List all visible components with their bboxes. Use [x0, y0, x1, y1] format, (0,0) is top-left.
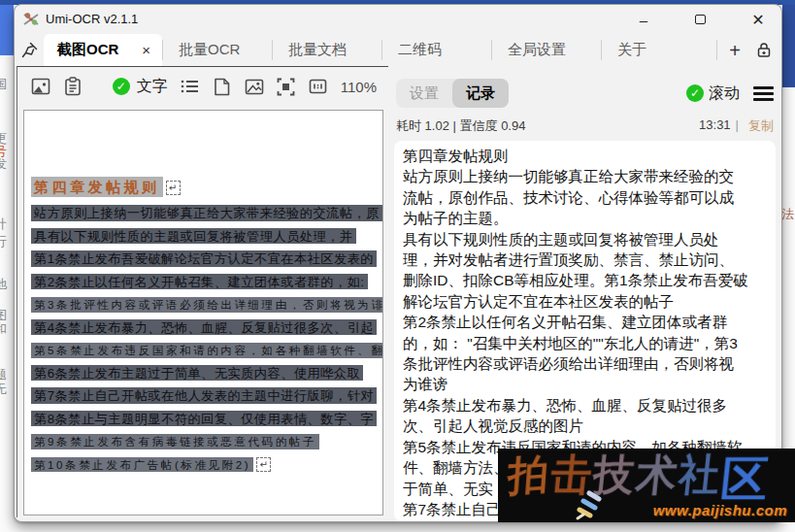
background-text-fragment: 国	[0, 76, 13, 93]
background-text-fragment: 地	[0, 276, 13, 293]
ocr-overlay-text: 具有以下规则性质的主题或回复将被管理人员处理，并	[31, 228, 356, 245]
window-title: Umi-OCR v2.1.1	[46, 12, 138, 26]
watermark-pen-doodle-icon	[574, 489, 614, 522]
ocr-result-line: 次、引起人视觉反感的图片	[403, 416, 767, 436]
ocr-overlay-text: 第3条批评性内容或评语必须给出详细理由，否则将视为诽	[31, 297, 382, 313]
ocr-result-line: 第4条禁止发布暴力、恐怖、血腥、反复贴过很多	[403, 395, 767, 416]
tab-settings[interactable]: 设置	[396, 79, 452, 108]
tab-batch-ocr[interactable]: 批量OCR	[162, 40, 272, 60]
lock-icon	[756, 42, 772, 58]
background-text-fragment: 和	[0, 320, 13, 338]
enter-symbol-icon: ↵	[256, 457, 271, 472]
ocr-overlay-text: 第7条禁止自己开帖或在他人发表的主题中进行版聊，针对	[31, 387, 377, 404]
minimize-button[interactable]: –	[624, 5, 663, 34]
image-icon	[245, 79, 264, 95]
ocr-overlay-text: 站方原则上接纳一切能够真正给大家带来经验的交流帖，原	[31, 205, 382, 221]
lock-tabs-button[interactable]	[756, 42, 772, 58]
enter-symbol-icon: ↵	[166, 181, 181, 195]
watermark-banner: 拍 击 技 术 社 区 www.paijishu.com	[498, 449, 795, 522]
ocr-overlay-text: 第9条禁止发布含有病毒链接或恶意代码的帖子	[31, 434, 319, 449]
ocr-overlay-line: 第2条禁止以任何名义开帖召集、建立团体或者群的，如:	[31, 273, 382, 290]
viewer-toolbar: ✓ 文字	[17, 67, 388, 106]
ocr-result-line: 具有以下规则性质的主题或回复将被管理人员处	[403, 229, 767, 249]
save-file-icon	[214, 78, 230, 96]
record-meta-row: 耗时 1.02 | 置信度 0.94 13:31 | 复制	[396, 117, 774, 135]
auto-scroll-toggle[interactable]: ✓ 滚动	[686, 83, 740, 104]
screenshot-stage: 国更号发计行地图和题无 法 Umi-OCR v2.1.1 – ✕	[0, 0, 795, 532]
tab-about[interactable]: 关于	[601, 40, 711, 60]
ocr-result-line: 为谁谤	[403, 374, 767, 394]
paste-image-button[interactable]	[63, 77, 83, 96]
save-result-button[interactable]	[213, 77, 232, 96]
pushpin-icon	[21, 42, 38, 58]
ocr-overlay-text: 第1条禁止发布吾爱破解论坛官方认定不宜在本社区发表的	[31, 250, 377, 267]
tab-qrcode[interactable]: 二维码	[381, 40, 491, 60]
one-to-one-icon	[309, 79, 327, 94]
watermark-url: www.paijishu.com	[653, 502, 787, 518]
background-text-fragment: 发	[0, 155, 13, 173]
ocr-overlay-line: 站方原则上接纳一切能够真正给大家带来经验的交流帖，原	[31, 204, 382, 221]
maximize-button[interactable]	[680, 5, 719, 34]
screenshot-button[interactable]	[31, 77, 50, 96]
ocr-result-line: 条批评性内容或评语必须给出详细理由，否则将视	[403, 353, 767, 374]
ocr-overlay-line: 第5条禁止发布违反国家和请的内容，如各种翻墙软件、翻	[31, 341, 382, 358]
tab-bar: 截图OCR × 批量OCR 批量文档 二维码 全局设置 关于 +	[15, 34, 781, 66]
background-text-fragment: 无	[0, 381, 13, 398]
app-window: Umi-OCR v2.1.1 – ✕ 截图OCR × 批量OCR 批量文档 二维…	[14, 4, 782, 522]
ocr-overlay-line: 第3条批评性内容或评语必须给出详细理由，否则将视为诽	[31, 295, 382, 313]
add-tab-button[interactable]: +	[729, 41, 741, 60]
ocr-result-line: 删除ID、扣除CB等相应处理。第1条禁止发布吾爱破	[403, 270, 767, 290]
meta-spacer	[525, 117, 699, 135]
ocr-result-line: 为帖子的主题。	[403, 208, 767, 228]
actual-size-button[interactable]	[309, 77, 328, 96]
ocr-overlay-line: 第1条禁止发布吾爱破解论坛官方认定不宜在本社区发表的	[31, 249, 382, 267]
ocr-overlay-text: 第四章发帖规则	[31, 177, 163, 197]
tab-screenshot-ocr[interactable]: 截图OCR ×	[44, 34, 162, 66]
ocr-overlay-layer: 第四章发帖规则↵站方原则上接纳一切能够真正给大家带来经验的交流帖，原具有以下规则…	[31, 177, 382, 478]
fit-screen-icon	[277, 78, 295, 96]
export-image-button[interactable]	[245, 77, 264, 96]
screenshot-image-viewport[interactable]: 第四章发帖规则↵站方原则上接纳一切能够真正给大家带来经验的交流帖，原具有以下规则…	[23, 110, 383, 515]
tab-label: 截图OCR	[57, 41, 118, 59]
record-time: 13:31	[699, 117, 731, 135]
result-panel-header: 设置 记录 ✓ 滚动	[396, 79, 774, 108]
panel-tab-switch: 设置 记录	[396, 79, 509, 108]
tab-global-settings[interactable]: 全局设置	[491, 40, 601, 60]
ocr-result-line: 解论坛官方认定不宜在本社区发表的帖子	[403, 291, 767, 312]
clipboard-paste-icon	[64, 77, 82, 96]
fit-view-button[interactable]	[277, 77, 296, 96]
tab-bar-actions: +	[716, 40, 781, 60]
maximize-glyph	[695, 15, 706, 24]
text-mode-checkbox[interactable]: ✓	[113, 78, 130, 95]
ocr-overlay-text: 第5条禁止发布违反国家和请的内容，如各种翻墙软件、翻	[31, 343, 382, 358]
screenshot-viewer-panel: ✓ 文字	[17, 66, 388, 517]
tab-records[interactable]: 记录	[452, 79, 509, 108]
record-stats: 耗时 1.02 | 置信度 0.94	[396, 117, 525, 135]
ocr-overlay-text: 第6条禁止发布主题过于简单、无实质内容、使用哗众取	[31, 365, 363, 382]
ocr-overlay-line: 第4条禁止发布暴力、恐怖、血腥、反复贴过很多次、引起	[31, 318, 382, 336]
background-text-fragment: 行	[0, 233, 13, 250]
ocr-overlay-line: 第10条禁止发布广告帖(标准见附2)↵	[31, 455, 382, 473]
text-order-button[interactable]	[181, 77, 200, 96]
close-window-button[interactable]: ✕	[739, 5, 778, 34]
meta-separator: |	[736, 117, 739, 135]
scroll-label: 滚动	[709, 83, 740, 104]
list-order-icon	[181, 79, 199, 94]
ocr-overlay-line: 第6条禁止发布主题过于简单、无实质内容、使用哗众取	[31, 364, 382, 382]
background-text-fragment: 计	[0, 216, 13, 233]
title-bar[interactable]: Umi-OCR v2.1.1 – ✕	[15, 5, 781, 34]
ocr-overlay-line: 第9条禁止发布含有病毒链接或恶意代码的帖子	[31, 432, 382, 449]
background-text-left: 国更号发计行地图和题无	[0, 0, 13, 532]
pin-window-button[interactable]	[15, 34, 44, 66]
ocr-overlay-text: 第8条禁止与主题明显不符的回复、仅使用表情、数字、字	[31, 411, 377, 427]
text-mode-label: 文字	[137, 77, 168, 97]
copy-button[interactable]: 复制	[748, 117, 774, 135]
screenshot-icon	[31, 78, 50, 95]
ocr-result-line: 第四章发帖规则	[403, 146, 767, 166]
ocr-overlay-text: 第2条禁止以任何名义开帖召集、建立团体或者群的，如:	[31, 274, 368, 290]
records-menu-button[interactable]	[753, 86, 774, 101]
ocr-result-line: 第2条禁止以任何名义开帖召集、建立团体或者群	[403, 312, 767, 332]
tab-close-icon[interactable]: ×	[140, 42, 152, 58]
ocr-result-line: 理，并对发帖者进行置顶奖励、禁言、禁止访问、	[403, 249, 767, 270]
tab-batch-doc[interactable]: 批量文档	[272, 40, 381, 60]
